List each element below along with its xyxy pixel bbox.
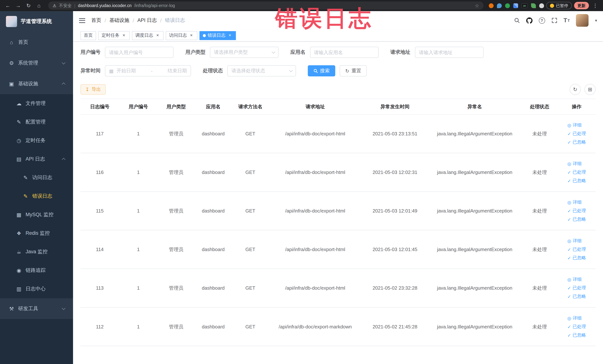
sidebar-item[interactable]: ▤API 日志 — [0, 150, 73, 168]
reset-button[interactable]: ↻ 重置 — [340, 65, 367, 76]
cell-user-type: 管理员 — [158, 285, 195, 291]
caret-down-icon[interactable]: ▾ — [595, 18, 597, 23]
ignored-link[interactable]: ✓已忽略 — [568, 139, 586, 145]
export-button[interactable]: ↧ 导出 — [81, 84, 106, 94]
tags-view-tab[interactable]: 首页 — [81, 31, 96, 40]
paused-badge[interactable]: 已暂停 — [546, 2, 572, 9]
update-button[interactable]: 更新 — [574, 2, 589, 9]
reload-icon[interactable]: ↻ — [24, 1, 33, 10]
breadcrumb-item[interactable]: 基础设施 — [109, 17, 129, 24]
hamburger-icon[interactable] — [79, 18, 85, 23]
home-icon: ⌂ — [8, 39, 15, 45]
cell-log-id: 114 — [81, 247, 119, 252]
detail-link[interactable]: ◎详细 — [568, 276, 582, 282]
breadcrumb-item[interactable]: 首页 — [91, 17, 101, 24]
request-url-input[interactable] — [415, 47, 483, 58]
tags-view-tab[interactable]: 调度日志× — [132, 31, 163, 40]
extension-drop-icon[interactable] — [497, 3, 502, 8]
browser-menu-icon[interactable]: ⋮ — [591, 3, 599, 9]
sidebar-item[interactable]: ✎错误日志 — [0, 187, 73, 205]
sidebar-item[interactable]: ◷定时任务 — [0, 131, 73, 150]
github-icon[interactable] — [526, 17, 532, 23]
sidebar-menu: ⌂首页⚙系统管理▣基础设施☁文件管理✎配置管理◷定时任务▤API 日志✎访问日志… — [0, 32, 73, 364]
user-id-input[interactable] — [105, 47, 174, 58]
check-icon: ✓ — [568, 217, 571, 222]
processed-link[interactable]: ✓已处理 — [568, 246, 586, 253]
user-type-select[interactable]: 请选择用户类型 — [210, 47, 278, 58]
search-button[interactable]: 搜索 — [308, 65, 335, 76]
sidebar-item[interactable]: ☕Java 监控 — [0, 243, 73, 261]
cell-exception: java.lang.IllegalArgumentException — [428, 208, 521, 214]
date-range-picker[interactable]: ▦ 开始日期 - 结束日期 — [105, 65, 191, 76]
app-name-input[interactable] — [310, 47, 379, 58]
close-icon[interactable]: × — [155, 33, 160, 38]
detail-link[interactable]: ◎详细 — [568, 199, 582, 205]
extension-green-icon[interactable] — [505, 3, 510, 8]
ignored-link[interactable]: ✓已忽略 — [568, 255, 586, 261]
extension-paw-icon[interactable] — [539, 3, 544, 8]
ignored-link[interactable]: ✓已忽略 — [568, 178, 586, 184]
search-icon[interactable] — [514, 17, 520, 23]
extension-on-badge[interactable]: on — [522, 3, 528, 8]
sidebar-item[interactable]: ⚒研发工具 — [0, 298, 73, 319]
tags-view-tab[interactable]: 错误日志× — [199, 31, 236, 40]
sidebar-item[interactable]: ☁文件管理 — [0, 94, 73, 113]
check-icon: ✓ — [568, 285, 571, 291]
close-icon[interactable]: × — [121, 33, 127, 38]
sidebar-item[interactable]: ▥日志中心 — [0, 280, 73, 298]
close-icon[interactable]: × — [227, 33, 232, 38]
cell-time: 2021-05-02 21:45:28 — [362, 324, 428, 329]
address-bar[interactable]: ⚠ 不安全 | dashboard.yudao.iocoder.cn/infra… — [48, 1, 484, 10]
column-settings-button[interactable]: ⊞ — [584, 84, 596, 95]
refresh-button[interactable]: ↻ — [570, 84, 581, 95]
close-icon[interactable]: × — [189, 33, 194, 38]
ignored-link[interactable]: ✓已忽略 — [568, 293, 586, 300]
processed-link[interactable]: ✓已处理 — [568, 285, 586, 291]
refresh-icon: ↻ — [573, 86, 577, 92]
filter-user-id: 用户编号 — [81, 47, 174, 58]
breadcrumb: 首页/基础设施/API 日志/错误日志 — [91, 17, 185, 24]
sidebar-item[interactable]: ✎配置管理 — [0, 113, 73, 131]
sidebar-item[interactable]: ▣基础设施 — [0, 73, 73, 94]
tags-view-tab[interactable]: 访问日志× — [166, 31, 197, 40]
sidebar-item[interactable]: ✎访问日志 — [0, 168, 73, 187]
avatar[interactable] — [576, 14, 589, 27]
detail-link[interactable]: ◎详细 — [568, 122, 582, 128]
back-icon[interactable]: ← — [4, 1, 12, 10]
extension-orange-icon[interactable] — [489, 3, 494, 8]
breadcrumb-item[interactable]: API 日志 — [137, 17, 157, 24]
active-tab-dot — [203, 34, 206, 37]
check-icon: ✓ — [568, 324, 571, 329]
detail-link[interactable]: ◎详细 — [568, 315, 582, 321]
extension-grid-icon[interactable] — [513, 3, 518, 8]
sidebar-logo[interactable]: 芋道管理系统 — [0, 11, 73, 32]
processed-link[interactable]: ✓已处理 — [568, 208, 586, 214]
forward-icon[interactable]: → — [14, 1, 22, 10]
browser-chrome: ← → ↻ ⌂ ⚠ 不安全 | dashboard.yudao.iocoder.… — [0, 0, 603, 11]
detail-link[interactable]: ◎详细 — [568, 238, 582, 244]
browser-home-icon[interactable]: ⌂ — [35, 1, 43, 10]
bookmark-star-icon[interactable]: ☆ — [475, 3, 479, 8]
select-placeholder: 请选择用户类型 — [214, 49, 248, 56]
ignored-link[interactable]: ✓已忽略 — [568, 332, 586, 338]
font-size-icon[interactable]: TT — [564, 17, 570, 24]
sidebar-item[interactable]: ▦MySQL 监控 — [0, 205, 73, 224]
sidebar-item[interactable]: ◉链路追踪 — [0, 261, 73, 280]
process-status-select[interactable]: 请选择处理状态 — [227, 65, 296, 76]
sidebar-item[interactable]: ⚙系统管理 — [0, 53, 73, 73]
cell-status: 未处理 — [521, 208, 558, 214]
tags-view-tab[interactable]: 定时任务× — [98, 31, 130, 40]
doc-icon: ✎ — [22, 175, 29, 181]
extension-leaf-icon[interactable] — [531, 3, 536, 8]
detail-link[interactable]: ◎详细 — [568, 161, 582, 167]
processed-link[interactable]: ✓已处理 — [568, 130, 586, 137]
check-icon: ✓ — [568, 178, 571, 183]
help-icon[interactable]: ? — [539, 17, 545, 23]
sidebar-item[interactable]: ⌂首页 — [0, 32, 73, 53]
fullscreen-icon[interactable] — [551, 17, 557, 23]
cell-user-id: 1 — [119, 208, 158, 214]
ignored-link[interactable]: ✓已忽略 — [568, 216, 586, 223]
processed-link[interactable]: ✓已处理 — [568, 169, 586, 176]
processed-link[interactable]: ✓已处理 — [568, 324, 586, 330]
sidebar-item[interactable]: ❖Redis 监控 — [0, 224, 73, 243]
